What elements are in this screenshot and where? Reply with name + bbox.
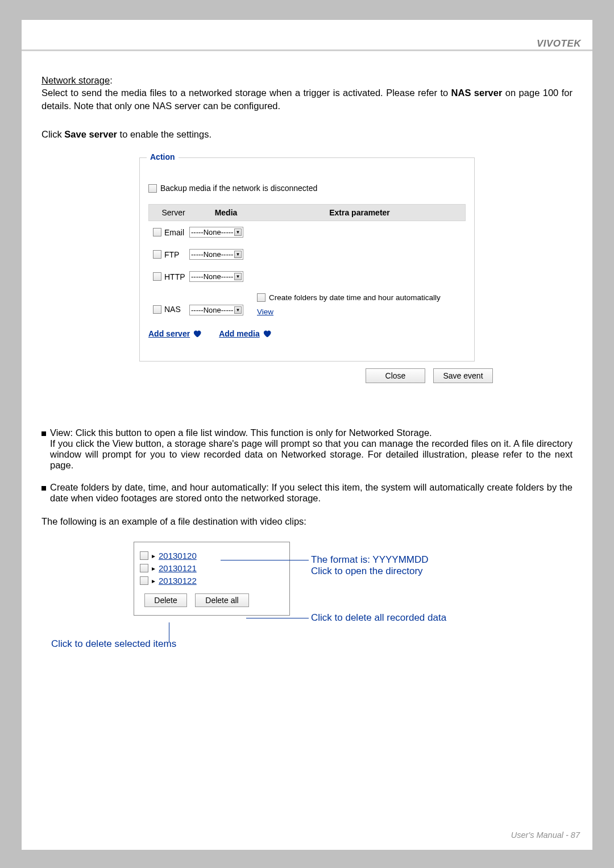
example-intro: The following is an example of a file de… bbox=[42, 515, 572, 528]
checkbox-icon[interactable] bbox=[148, 184, 157, 193]
checkbox-icon[interactable] bbox=[140, 576, 148, 585]
annotation-open: Click to open the directory bbox=[311, 566, 423, 576]
file-listing-box: ▸ 20130120 ▸ 20130121 ▸ 20130122 Delete … bbox=[134, 542, 290, 616]
media-select[interactable]: -----None----- ▼ bbox=[189, 249, 243, 260]
network-storage-paragraph: Network storage: Select to send the medi… bbox=[42, 74, 572, 112]
save-server-a: Click bbox=[42, 129, 64, 139]
folder-row[interactable]: ▸ 20130120 bbox=[140, 551, 284, 560]
folder-link[interactable]: 20130122 bbox=[159, 576, 197, 585]
backup-checkbox-row[interactable]: Backup media if the network is disconnec… bbox=[148, 184, 466, 193]
save-server-b: Save server bbox=[64, 129, 117, 139]
checkbox-icon[interactable] bbox=[140, 564, 148, 572]
select-value: -----None----- bbox=[191, 306, 233, 314]
add-media-label: Add media bbox=[219, 329, 260, 338]
chevron-down-icon[interactable]: ▼ bbox=[234, 306, 242, 314]
bullet-view: View: Click this button to open a file l… bbox=[42, 427, 572, 471]
header-media: Media bbox=[193, 208, 259, 217]
annotation-connector bbox=[246, 618, 309, 618]
select-value: -----None----- bbox=[191, 250, 233, 259]
folder-row[interactable]: ▸ 20130121 bbox=[140, 563, 284, 573]
add-media-link[interactable]: Add media bbox=[219, 329, 272, 338]
close-button[interactable]: Close bbox=[366, 368, 425, 383]
header-server: Server bbox=[154, 208, 193, 217]
folder-expand-icon[interactable]: ▸ bbox=[152, 552, 155, 560]
intro-nas-server: NAS server bbox=[451, 88, 503, 98]
media-select[interactable]: -----None----- ▼ bbox=[189, 227, 243, 238]
bullet-folders: Create folders by date, time, and hour a… bbox=[42, 482, 572, 504]
row-nas: NAS -----None----- ▼ Create folders by d… bbox=[148, 288, 466, 322]
row-label: NAS bbox=[164, 305, 181, 314]
chevron-down-icon[interactable]: ▼ bbox=[234, 273, 242, 280]
page-container: VIVOTEK Network storage: Select to send … bbox=[22, 20, 592, 850]
row-ftp: FTP -----None----- ▼ bbox=[148, 243, 466, 265]
select-value: -----None----- bbox=[191, 272, 233, 281]
example-diagram: ▸ 20130120 ▸ 20130121 ▸ 20130122 Delete … bbox=[134, 542, 480, 644]
page-content: Network storage: Select to send the medi… bbox=[22, 51, 592, 644]
folder-link[interactable]: 20130120 bbox=[159, 551, 197, 560]
section-title: Network storage bbox=[42, 75, 110, 85]
add-server-label: Add server bbox=[148, 329, 190, 338]
chevron-down-icon[interactable]: ▼ bbox=[234, 251, 242, 258]
click-save-line: Click Save server to enable the settings… bbox=[42, 128, 572, 140]
annotation-connector bbox=[221, 560, 309, 560]
bullet-view-body: If you click the View button, a storage … bbox=[50, 438, 572, 470]
table-header-row: Server Media Extra parameter bbox=[148, 204, 466, 221]
checkbox-icon[interactable] bbox=[153, 250, 161, 259]
folder-expand-icon[interactable]: ▸ bbox=[152, 564, 155, 572]
bullet-square-icon bbox=[42, 486, 46, 491]
folder-expand-icon[interactable]: ▸ bbox=[152, 577, 155, 585]
media-select[interactable]: -----None----- ▼ bbox=[189, 305, 243, 315]
save-event-button[interactable]: Save event bbox=[433, 368, 493, 383]
delete-all-button[interactable]: Delete all bbox=[195, 593, 249, 607]
action-panel-title: Action bbox=[147, 152, 179, 161]
page-header: VIVOTEK bbox=[22, 20, 592, 51]
view-link[interactable]: View bbox=[257, 308, 273, 316]
checkbox-icon[interactable] bbox=[257, 293, 265, 302]
row-label: Email bbox=[164, 228, 184, 237]
heart-plus-icon bbox=[192, 329, 202, 338]
checkbox-icon[interactable] bbox=[153, 272, 161, 281]
footer-text: User's Manual - 87 bbox=[511, 830, 580, 840]
annotation-delete-all: Click to delete all recorded data bbox=[311, 612, 446, 624]
save-server-c: to enable the settings. bbox=[117, 129, 211, 139]
annotation-delete-selected: Click to delete selected items bbox=[51, 638, 176, 650]
bullet-square-icon bbox=[42, 431, 46, 436]
bullet-folders-text: Create folders by date, time, and hour a… bbox=[50, 482, 572, 504]
row-label: HTTP bbox=[164, 272, 185, 281]
media-select[interactable]: -----None----- ▼ bbox=[189, 271, 243, 282]
nas-extra-label: Create folders by date time and hour aut… bbox=[269, 293, 441, 302]
row-http: HTTP -----None----- ▼ bbox=[148, 265, 466, 288]
heart-plus-icon bbox=[262, 329, 272, 338]
select-value: -----None----- bbox=[191, 228, 233, 236]
row-email: Email -----None----- ▼ bbox=[148, 221, 466, 243]
add-server-link[interactable]: Add server bbox=[148, 329, 202, 338]
chevron-down-icon[interactable]: ▼ bbox=[234, 229, 242, 236]
action-panel: Action Backup media if the network is di… bbox=[139, 157, 475, 362]
delete-button[interactable]: Delete bbox=[144, 593, 187, 607]
header-extra: Extra parameter bbox=[259, 208, 460, 217]
backup-label: Backup media if the network is disconnec… bbox=[160, 184, 317, 193]
checkbox-icon[interactable] bbox=[153, 228, 161, 236]
intro-line1a: Select to send the media files to a netw… bbox=[42, 88, 451, 98]
brand-text: VIVOTEK bbox=[537, 38, 581, 49]
annotation-format: The format is: YYYYMMDD bbox=[311, 554, 429, 565]
row-label: FTP bbox=[164, 250, 179, 259]
bullet-view-head: View: Click this button to open a file l… bbox=[50, 427, 432, 438]
folder-link[interactable]: 20130121 bbox=[159, 563, 197, 573]
checkbox-icon[interactable] bbox=[153, 305, 161, 314]
checkbox-icon[interactable] bbox=[140, 551, 148, 560]
folder-row[interactable]: ▸ 20130122 bbox=[140, 576, 284, 585]
